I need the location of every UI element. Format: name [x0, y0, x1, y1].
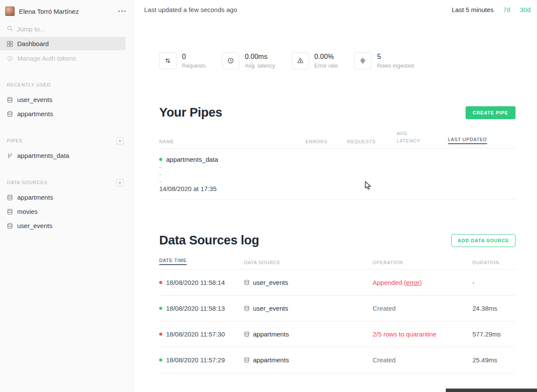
database-icon [244, 331, 250, 337]
sidebar-item-label: appartments_data [17, 152, 69, 159]
pipe-avg-latency: - [159, 178, 515, 185]
pipe-requests: - [159, 170, 515, 178]
main-content: Last updated a few seconds ago Last 5 mi… [133, 0, 537, 392]
stat-value: 0.00% [315, 53, 338, 61]
database-icon [7, 223, 13, 229]
stat-label: Requests [182, 62, 206, 69]
duration-cell: 25.49ms [472, 356, 515, 364]
sidebar-item-dashboard[interactable]: Dashboard [0, 37, 126, 50]
rows-lines-icon [354, 52, 371, 69]
time-range-selector: Last 5 minutes 7d 30d [452, 6, 531, 13]
log-row: 18/08/2020 11:57:29 appartments Created … [159, 347, 515, 373]
database-icon [244, 306, 250, 311]
last-updated-text: Last updated a few seconds ago [144, 6, 237, 13]
add-data-source-button[interactable]: ADD DATA SOURCE [451, 234, 515, 247]
stat-value: 0.00ms [245, 53, 275, 61]
datasource-cell: appartments [244, 330, 373, 338]
stats-row: 0 Requests 0.00ms Avg. latency [159, 52, 515, 69]
sidebar-item-movies[interactable]: movies [0, 204, 133, 219]
col-data-source[interactable]: DATA SOURCE [244, 260, 373, 265]
stat-error-rate: 0.00% Error rate [292, 52, 338, 69]
plus-icon: + [118, 138, 122, 144]
sidebar-item-appartments[interactable]: appartments [0, 190, 133, 204]
section-data-sources: DATA SOURCES + appartments movies [0, 179, 133, 233]
sidebar-item-appartments-data[interactable]: appartments_data [0, 148, 133, 163]
range-7d[interactable]: 7d [503, 6, 510, 13]
range-30d[interactable]: 30d [520, 6, 531, 13]
datasources-log-table: DATE TIME DATA SOURCE OPERATION DURATION… [159, 258, 515, 373]
add-data-source-sidebar-button[interactable]: + [116, 179, 123, 186]
stat-value: 5 [377, 53, 414, 61]
auth-badge-icon [7, 56, 13, 62]
user-options-icon[interactable]: ••• [118, 8, 127, 14]
datasource-name[interactable]: appartments [253, 356, 289, 364]
pipes-section-header: Your Pipes CREATE PIPE [159, 105, 515, 120]
sidebar-item-label: Manage Auth tokens [17, 55, 76, 62]
status-dot [159, 333, 162, 336]
sidebar-item-label: user_events [17, 96, 52, 103]
user-menu[interactable]: Elena Torró Martínez ••• [0, 4, 133, 18]
log-row: 18/08/2020 11:57:30 appartments 2/5 rows… [159, 321, 515, 347]
section-pipes: PIPES + appartments_data [0, 137, 133, 163]
operation-cell: 2/5 rows to quarantine [373, 330, 472, 338]
pipe-name-cell: appartments_data [159, 156, 515, 163]
pipe-row[interactable]: appartments_data - - - 14/08/2020 at 17:… [159, 149, 515, 200]
stat-rows-ingested: 5 Rows ingested [354, 52, 414, 69]
datetime-cell: 18/08/2020 11:57:29 [159, 356, 244, 364]
col-date-time[interactable]: DATE TIME [159, 258, 244, 265]
pipe-errors: - [159, 163, 515, 170]
duration-cell: 24.38ms [472, 305, 515, 312]
datetime-cell: 18/08/2020 11:58:14 [159, 279, 244, 286]
create-pipe-button[interactable]: CREATE PIPE [466, 106, 515, 119]
section-title: RECENTLY USED [7, 82, 51, 87]
log-row: 18/08/2020 11:58:13 user_events Created … [159, 296, 515, 321]
datasource-name[interactable]: user_events [253, 279, 288, 286]
duration-cell: - [472, 279, 515, 286]
user-name: Elena Torró Martínez [19, 8, 118, 15]
database-icon [7, 209, 13, 215]
col-last-updated[interactable]: LAST UPDATED [448, 137, 515, 144]
section-title: PIPES [7, 138, 22, 143]
col-errors[interactable]: ERRORS [306, 139, 347, 144]
range-last-5-minutes[interactable]: Last 5 minutes [452, 6, 494, 13]
datasource-name[interactable]: user_events [253, 305, 288, 312]
sidebar-item-user-events[interactable]: user_events [0, 93, 133, 107]
datetime-cell: 18/08/2020 11:57:30 [159, 330, 244, 338]
sidebar-item-label: appartments [17, 194, 53, 201]
stat-label: Avg. latency [245, 62, 275, 69]
database-icon [7, 111, 13, 117]
datasources-title: Data Sources log [159, 233, 259, 247]
app-root: Elena Torró Martínez ••• Jump to... Dash… [0, 0, 537, 392]
sidebar-item-label: Dashboard [17, 40, 49, 47]
jump-to-search[interactable]: Jump to... [0, 22, 133, 35]
section-title: DATA SOURCES [7, 180, 47, 185]
col-operation[interactable]: OPERATION [373, 260, 472, 265]
col-duration[interactable]: DURATION [472, 260, 515, 265]
sidebar-item-auth-tokens[interactable]: Manage Auth tokens [0, 52, 133, 65]
pipes-table: NAME ERRORS REQUESTS AVG. LATENCY LAST U… [159, 130, 515, 200]
operation-cell: Created [373, 305, 472, 312]
datasource-cell: user_events [244, 305, 373, 312]
stat-requests: 0 Requests [159, 52, 206, 69]
datasource-cell: user_events [244, 279, 373, 286]
datasource-name[interactable]: appartments [253, 330, 289, 338]
col-avg-latency[interactable]: AVG. LATENCY [397, 130, 423, 144]
operation-cell: Appended (error) [373, 279, 472, 286]
sidebar-item-user-events[interactable]: user_events [0, 219, 133, 233]
stat-label: Error rate [315, 62, 338, 69]
database-icon [244, 280, 250, 285]
stat-value: 0 [182, 53, 206, 61]
duration-cell: 577.29ms [472, 330, 515, 338]
avatar [5, 6, 15, 16]
stat-label: Rows ingested [377, 62, 414, 69]
add-pipe-button[interactable]: + [116, 137, 123, 145]
sidebar-item-label: movies [17, 208, 38, 215]
sidebar-item-appartments[interactable]: appartments [0, 107, 133, 121]
error-link[interactable]: error [406, 279, 420, 286]
section-recently-used: RECENTLY USED user_events appartments [0, 81, 133, 121]
col-requests[interactable]: REQUESTS [347, 139, 397, 144]
sidebar: Elena Torró Martínez ••• Jump to... Dash… [0, 0, 133, 392]
col-name[interactable]: NAME [159, 139, 306, 144]
pipe-name[interactable]: appartments_data [166, 156, 218, 163]
log-table-header: DATE TIME DATA SOURCE OPERATION DURATION [159, 258, 515, 270]
